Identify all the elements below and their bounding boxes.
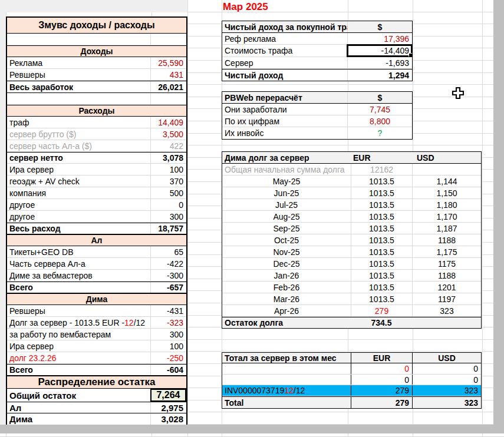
cell-label[interactable]: Весь заработок xyxy=(7,81,150,92)
debt-remainder-label[interactable]: Остаток долга xyxy=(222,317,351,328)
eur-value[interactable]: 1013.5 xyxy=(351,199,412,210)
cell-label[interactable]: Ревшеры xyxy=(7,69,150,80)
cell-value[interactable]: 7,745 xyxy=(347,104,412,115)
section-header-distribution[interactable]: Распределение остатка xyxy=(7,376,186,388)
cell-value[interactable]: -1,693 xyxy=(347,57,412,68)
empty-cell[interactable] xyxy=(412,317,481,328)
usd-value[interactable]: 323 xyxy=(412,385,481,396)
cell-label[interactable]: Всего xyxy=(7,365,150,375)
month-label[interactable]: Oct-25 xyxy=(222,234,351,246)
cell-label[interactable]: Всего xyxy=(7,282,150,293)
usd-value[interactable]: 1175 xyxy=(412,258,481,269)
cell-label[interactable]: Общая начальная сумма долга xyxy=(222,164,351,175)
cell-value[interactable]: -250 xyxy=(150,352,186,363)
section-header-income[interactable]: Доходы xyxy=(7,46,186,57)
usd-value[interactable]: 1,187 xyxy=(412,223,481,234)
col-header-eur[interactable]: EUR xyxy=(351,152,412,163)
month-label[interactable]: Sep-25 xyxy=(222,223,351,234)
cell-value[interactable]: 1,294 xyxy=(347,69,412,81)
month-label[interactable]: Jan-26 xyxy=(222,270,351,281)
eur-value[interactable]: 1013.5 xyxy=(351,176,412,187)
cell-label[interactable]: другое xyxy=(7,199,150,210)
cell-value[interactable]: -422 xyxy=(150,258,186,269)
cell-value-total-remainder[interactable]: 7,264 xyxy=(150,389,186,402)
cell-label[interactable]: Общий остаток xyxy=(7,389,150,402)
currency-header[interactable]: $ xyxy=(347,21,412,32)
cell-value[interactable]: 25,590 xyxy=(150,57,186,68)
usd-value[interactable]: 1,170 xyxy=(412,211,481,222)
eur-value[interactable]: 1013.5 xyxy=(351,234,412,246)
section-header-al[interactable]: Ал xyxy=(7,235,186,246)
cell-value[interactable]: 12162 xyxy=(351,164,412,175)
cell-label[interactable]: Их инвойс xyxy=(222,127,347,139)
col-header-usd[interactable]: USD xyxy=(412,152,481,163)
total-usd[interactable]: 323 xyxy=(412,397,481,408)
usd-value[interactable]: 1188 xyxy=(412,270,481,281)
cell-label[interactable]: траф xyxy=(7,117,150,128)
spacer-row[interactable] xyxy=(7,34,186,45)
table-title[interactable]: Чистый доход за покупной траф xyxy=(222,21,347,32)
cell-value[interactable]: 18,757 xyxy=(150,223,186,234)
cell-label[interactable]: Весь расход xyxy=(7,223,150,234)
cell-label[interactable]: компания xyxy=(7,187,150,198)
cell-value[interactable]: 14,409 xyxy=(150,117,186,128)
eur-value[interactable]: 0 xyxy=(351,375,412,385)
left-table-title[interactable]: Змувс доходы / расходы xyxy=(7,18,186,33)
cell-value[interactable]: -323 xyxy=(150,317,186,328)
table-title[interactable]: Тотал за сервер в этом мес xyxy=(222,353,351,363)
eur-value[interactable]: 1013.5 xyxy=(351,223,412,234)
cell-value[interactable]: -431 xyxy=(150,305,186,316)
cell-label[interactable]: за работу по вембастерам xyxy=(7,329,150,340)
cell-value[interactable]: 17,396 xyxy=(347,33,412,44)
cell-label[interactable]: другое xyxy=(7,211,150,222)
cell-label-server-debt[interactable]: Долг за сервер - 1013.5 EUR - 12/12 xyxy=(7,317,150,328)
usd-value[interactable]: 1,144 xyxy=(412,176,481,187)
table-title[interactable]: Дима долг за сервер xyxy=(222,152,351,163)
eur-value[interactable]: 1013.5 xyxy=(351,211,412,222)
cell-value[interactable]: -300 xyxy=(150,270,186,281)
month-label[interactable]: Feb-26 xyxy=(222,282,351,293)
usd-value[interactable]: 1188 xyxy=(412,234,481,246)
col-header-usd[interactable]: USD xyxy=(412,353,481,363)
eur-value[interactable]: 1013.5 xyxy=(351,258,412,269)
cell-label[interactable]: Диме за вебмастеров xyxy=(7,270,150,281)
cell-value[interactable]: 3,500 xyxy=(150,128,186,140)
usd-value[interactable]: 1,180 xyxy=(412,199,481,210)
month-label[interactable]: Apr-26 xyxy=(222,305,351,316)
cell-value[interactable]: 26,021 xyxy=(150,81,186,92)
month-label[interactable]: Dec-25 xyxy=(222,258,351,269)
eur-value[interactable]: 0 xyxy=(351,363,412,374)
month-label[interactable]: Mar-26 xyxy=(222,293,351,304)
cell-label[interactable]: сервер брутто ($) xyxy=(7,128,150,140)
cell-label[interactable]: сервер часть Ал-а ($) xyxy=(7,140,150,151)
cell-label[interactable]: Стоимость трафа xyxy=(222,45,347,57)
month-label[interactable]: Nov-25 xyxy=(222,246,351,257)
empty-cell[interactable] xyxy=(222,375,351,385)
usd-value[interactable]: 1201 xyxy=(412,282,481,293)
cell-value[interactable]: 2,975 xyxy=(150,402,186,413)
eur-value[interactable]: 1013.5 xyxy=(351,270,412,281)
col-header-eur[interactable]: EUR xyxy=(351,353,412,363)
eur-value[interactable]: 1013.5 xyxy=(351,187,412,198)
table-title[interactable]: PBWeb перерасчёт xyxy=(222,92,347,103)
section-header-expenses[interactable]: Расходы xyxy=(7,105,186,116)
month-label[interactable]: Jul-25 xyxy=(222,199,351,210)
selected-cell[interactable]: -14,409 xyxy=(347,45,412,57)
cell-label[interactable]: Реф реклама xyxy=(222,33,347,44)
cell-value[interactable]: 370 xyxy=(150,176,186,187)
cell-value[interactable]: 8,800 xyxy=(347,115,412,127)
eur-value[interactable]: 279 xyxy=(351,385,412,396)
eur-value[interactable]: 1013.5 xyxy=(351,246,412,257)
currency-header[interactable]: $ xyxy=(347,92,412,103)
cell-value[interactable]: -604 xyxy=(150,365,186,375)
cell-label[interactable]: сервер нетто xyxy=(7,153,150,163)
usd-value[interactable]: 1,175 xyxy=(412,246,481,257)
cell-label[interactable]: Ира сервер xyxy=(7,340,150,352)
section-header-dima[interactable]: Дима xyxy=(7,294,186,304)
empty-cell[interactable] xyxy=(412,164,481,175)
month-label[interactable]: Jun-25 xyxy=(222,187,351,198)
eur-value[interactable]: 1013.5 xyxy=(351,282,412,293)
empty-cell[interactable] xyxy=(222,363,351,374)
cell-value[interactable]: 500 xyxy=(150,187,186,198)
invoice-label[interactable]: INV0000073719 12/12 xyxy=(222,385,351,396)
